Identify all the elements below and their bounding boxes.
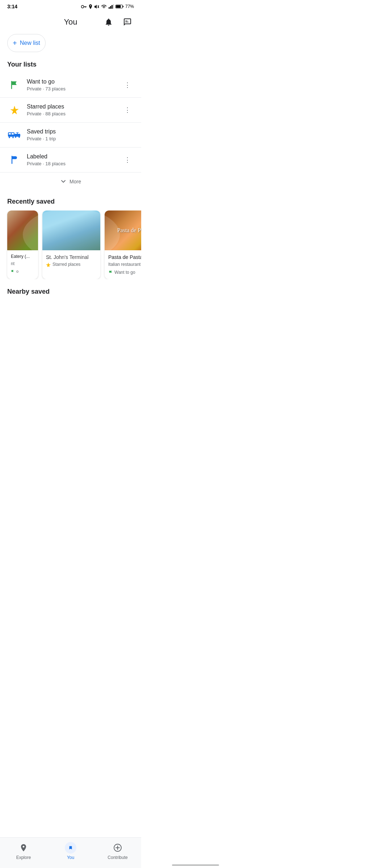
page-title: You [64, 17, 77, 27]
svg-rect-12 [116, 5, 121, 8]
svg-rect-13 [125, 21, 127, 21]
svg-rect-9 [113, 4, 114, 9]
svg-rect-7 [110, 6, 111, 9]
messages-button[interactable] [121, 16, 134, 29]
status-time: 3:14 [7, 4, 17, 9]
notifications-button[interactable] [102, 16, 115, 29]
header-actions [102, 16, 134, 29]
st-johns-image [42, 210, 100, 250]
signal-icon [109, 4, 114, 9]
wifi-icon [101, 4, 107, 9]
svg-rect-11 [123, 6, 123, 7]
saved-card-st-johns[interactable]: St. John's Terminal Starred places [42, 210, 100, 279]
recently-saved-section: Recently saved Eatery (... nt o [0, 191, 141, 282]
status-bar: 3:14 [0, 0, 141, 12]
status-icons: 77% [81, 4, 134, 9]
svg-rect-6 [109, 7, 110, 9]
header: You [0, 12, 141, 31]
new-list-button[interactable]: + New list [7, 34, 46, 52]
mute-icon [94, 4, 99, 9]
battery-text: 77% [125, 4, 134, 9]
bell-icon [104, 18, 113, 26]
messages-icon [123, 18, 132, 26]
svg-point-0 [81, 5, 84, 8]
key-icon [81, 5, 87, 9]
new-list-label: New list [20, 40, 40, 46]
plus-icon: + [13, 39, 17, 47]
svg-rect-8 [112, 5, 113, 9]
saved-cards-scroll: Eatery (... nt o St. John's Terminal [0, 210, 141, 279]
st-johns-building-illustration [42, 210, 100, 279]
svg-point-25 [42, 210, 100, 261]
svg-rect-14 [125, 22, 129, 22]
battery-icon [115, 4, 123, 9]
location-status-icon [89, 4, 92, 9]
